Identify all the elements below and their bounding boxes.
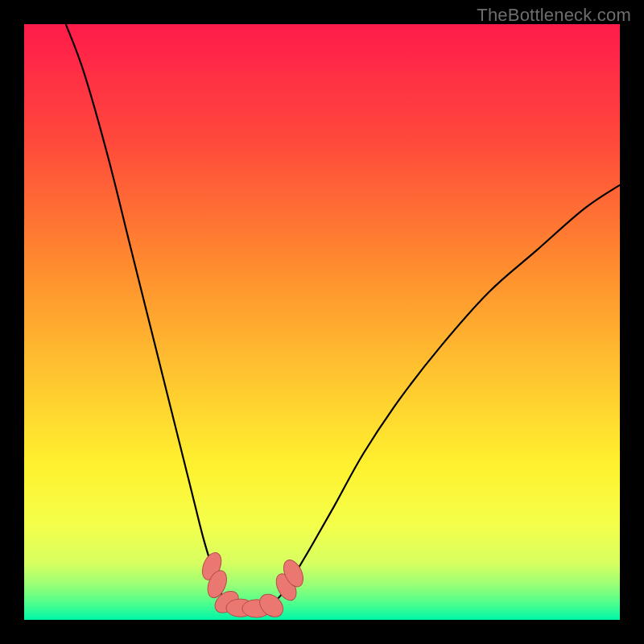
heat-gradient-background (24, 24, 620, 620)
watermark-text: TheBottleneck.com (477, 5, 631, 26)
bottleneck-curve-chart (24, 24, 620, 620)
plot-area (24, 24, 620, 620)
chart-frame: TheBottleneck.com (0, 0, 644, 644)
